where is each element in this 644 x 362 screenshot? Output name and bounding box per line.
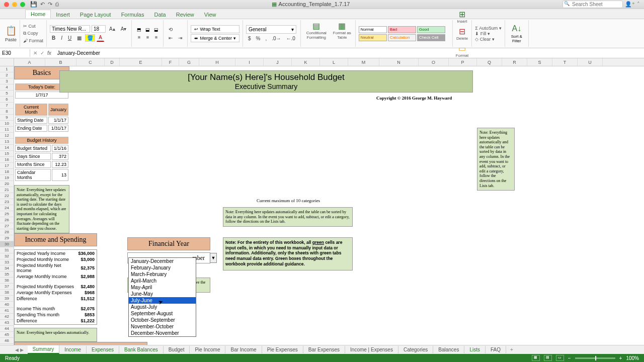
format-as-table-button[interactable]: ▦Format as Table — [332, 21, 352, 46]
style-check-cell[interactable]: Check Cell — [417, 34, 445, 41]
row-header-33[interactable]: 33 — [0, 259, 14, 265]
row-header-21[interactable]: 21 — [0, 187, 14, 193]
row-header-26[interactable]: 26 — [0, 217, 14, 223]
fy-option[interactable]: October-September — [129, 317, 196, 323]
column-header-A[interactable]: A — [14, 58, 45, 66]
row-header-12[interactable]: 12 — [0, 133, 14, 139]
row-header-1[interactable]: 1 — [0, 66, 14, 72]
select-all-corner[interactable] — [0, 58, 14, 66]
budget-started-value[interactable]: 1/1/16 — [52, 145, 68, 152]
row-header-4[interactable]: 4 — [0, 84, 14, 90]
save-icon[interactable]: 💾 — [30, 1, 37, 8]
column-header-Q[interactable]: Q — [477, 58, 502, 66]
font-color-button[interactable]: A — [97, 34, 104, 42]
conditional-formatting-button[interactable]: ▤Conditional Formatting — [304, 21, 329, 46]
row-header-25[interactable]: 25 — [0, 211, 14, 217]
increase-indent-icon[interactable]: ⇥ — [176, 34, 184, 42]
fill-color-button[interactable]: 🪣 — [85, 34, 95, 42]
minimize-window-icon[interactable] — [12, 2, 17, 7]
row-header-36[interactable]: 36 — [0, 278, 14, 284]
align-center-icon[interactable]: ≡ — [143, 34, 151, 41]
fy-dropdown-list[interactable]: January-DecemberFebruary-JanuaryMarch-Fe… — [128, 257, 196, 337]
style-good[interactable]: Good — [417, 26, 445, 33]
sheet-tab-lists[interactable]: Lists — [464, 346, 486, 353]
row-header-44[interactable]: 44 — [0, 326, 14, 332]
increase-decimal-icon[interactable]: .0→ — [270, 35, 283, 42]
align-left-icon[interactable]: ≡ — [135, 34, 143, 41]
row-header-38[interactable]: 38 — [0, 290, 14, 296]
fy-option[interactable]: May-April — [129, 284, 196, 291]
cut-icon[interactable]: ✂ — [23, 24, 29, 29]
insert-cells-button[interactable]: ⊞Insert — [456, 10, 468, 24]
print-icon[interactable]: ⎙ — [55, 1, 59, 8]
format-label[interactable]: Format — [29, 38, 44, 43]
row-header-24[interactable]: 24 — [0, 205, 14, 211]
column-header-J[interactable]: J — [264, 58, 292, 66]
column-header-F[interactable]: F — [162, 58, 179, 66]
column-header-O[interactable]: O — [419, 58, 449, 66]
row-header-5[interactable]: 5 — [0, 90, 14, 97]
fy-option[interactable]: February-January — [129, 264, 196, 271]
font-size-select[interactable]: 18 — [92, 25, 106, 33]
sheet-tab-pie-expenses[interactable]: Pie Expenses — [262, 346, 303, 353]
search-sheet-input[interactable] — [562, 1, 623, 8]
decrease-font-icon[interactable]: A▾ — [119, 25, 129, 33]
sheet-tab-bank-balances[interactable]: Bank Balances — [119, 346, 164, 353]
row-header-20[interactable]: 20 — [0, 181, 14, 187]
column-header-L[interactable]: L — [320, 58, 348, 66]
row-header-10[interactable]: 10 — [0, 121, 14, 127]
row-header-18[interactable]: 18 — [0, 169, 14, 175]
row-header-15[interactable]: 15 — [0, 151, 14, 157]
normal-view-icon[interactable]: ▦ — [532, 355, 540, 361]
autosum-button[interactable]: Σ AutoSum ▾ — [475, 26, 502, 31]
row-header-22[interactable]: 22 — [0, 193, 14, 199]
row-header-37[interactable]: 37 — [0, 284, 14, 290]
ribbon-tab-review[interactable]: Review — [171, 11, 199, 19]
sheet-tab-bar-income[interactable]: Bar Income — [225, 346, 262, 353]
row-header-30[interactable]: 30 — [0, 241, 14, 247]
column-header-P[interactable]: P — [449, 58, 477, 66]
worksheet[interactable]: [Your Name(s) Here]'s Household Budget E… — [14, 66, 644, 350]
style-bad[interactable]: Bad — [388, 26, 416, 33]
undo-icon[interactable]: ↶ — [40, 1, 45, 8]
row-header-14[interactable]: 14 — [0, 145, 14, 151]
row-header-2[interactable]: 2 — [0, 72, 14, 78]
name-box[interactable]: E30 — [0, 49, 30, 57]
sheet-tab-income---expenses[interactable]: Income | Expenses — [345, 346, 398, 353]
redo-icon[interactable]: ↷ — [48, 1, 52, 8]
merge-center-button[interactable]: ⬌Merge & Center ▾ — [191, 34, 239, 42]
currency-button[interactable]: $ — [246, 35, 253, 42]
ribbon-tab-data[interactable]: Data — [149, 11, 171, 19]
row-header-7[interactable]: 7 — [0, 103, 14, 109]
sheet-tab-faq[interactable]: FAQ — [486, 346, 506, 353]
column-header-N[interactable]: N — [379, 58, 419, 66]
sheet-nav-arrows[interactable]: ◀ ▶ — [15, 347, 24, 352]
fy-option[interactable]: April-March — [129, 278, 196, 284]
row-header-9[interactable]: 9 — [0, 115, 14, 121]
comma-button[interactable]: , — [263, 35, 269, 42]
border-button[interactable]: ▦ — [75, 34, 84, 42]
zoom-value[interactable]: 100% — [626, 355, 639, 361]
column-header-S[interactable]: S — [527, 58, 552, 66]
share-icon[interactable]: 👤⁺ — [625, 1, 635, 8]
zoom-slider[interactable] — [575, 357, 615, 359]
fill-button[interactable]: ⬇ Fill ▾ — [475, 31, 502, 36]
bold-button[interactable]: B — [50, 34, 57, 42]
row-header-45[interactable]: 45 — [0, 332, 14, 338]
sheet-tab-pie-income[interactable]: Pie Income — [190, 346, 225, 353]
sheet-tab-income[interactable]: Income — [59, 346, 87, 353]
row-header-41[interactable]: 41 — [0, 308, 14, 314]
row-header-28[interactable]: 28 — [0, 229, 14, 235]
sheet-tab-categories[interactable]: Categories — [398, 346, 433, 353]
number-format-select[interactable]: General ▾ — [246, 25, 296, 34]
row-header-39[interactable]: 39 — [0, 296, 14, 302]
zoom-in-icon[interactable]: + — [619, 355, 622, 361]
sort-filter-icon[interactable]: A↓ — [512, 24, 521, 33]
fy-option[interactable]: March-February — [129, 271, 196, 278]
row-header-40[interactable]: 40 — [0, 302, 14, 308]
sheet-tab-budget[interactable]: Budget — [164, 346, 190, 353]
ribbon-tab-formulas[interactable]: Formulas — [116, 11, 149, 19]
zoom-out-icon[interactable]: − — [568, 355, 571, 361]
column-header-U[interactable]: U — [578, 58, 603, 66]
cancel-formula-icon[interactable]: ✕ — [33, 50, 37, 56]
